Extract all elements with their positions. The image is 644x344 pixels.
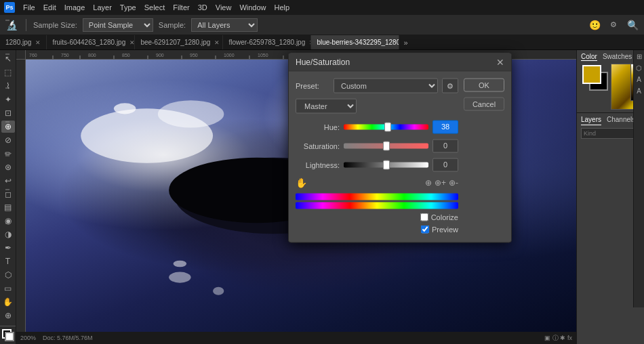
- svg-text:1050: 1050: [258, 53, 268, 58]
- hue-value-input[interactable]: 38: [432, 121, 458, 134]
- color-bar-after: [296, 202, 458, 209]
- channels-tab-item[interactable]: Channels: [607, 116, 635, 125]
- close-tab-3[interactable]: ✕: [214, 39, 220, 46]
- eyedropper-plus-icon[interactable]: ⊕+: [435, 178, 446, 188]
- color-tab[interactable]: Color: [581, 53, 597, 61]
- svg-text:800: 800: [88, 53, 96, 58]
- lightness-label: Lightness:: [296, 161, 340, 169]
- layers-tab-item[interactable]: Layers: [581, 116, 601, 125]
- menu-help[interactable]: Help: [275, 3, 290, 12]
- dialog-actions: OK Cancel: [464, 79, 504, 236]
- menu-type[interactable]: Type: [120, 3, 136, 12]
- doc-size: Doc: 5.76M/5.76M: [43, 335, 93, 341]
- search-icon[interactable]: 🔍: [625, 18, 640, 33]
- svg-text:760: 760: [29, 53, 37, 58]
- panel-icon-2[interactable]: ⬡: [636, 64, 642, 72]
- dialog-body: Preset: Custom Default ⚙ Master Reds Yel…: [289, 72, 511, 242]
- smiley-icon[interactable]: 🙂: [587, 18, 602, 33]
- settings-icon[interactable]: ⚙: [606, 18, 621, 33]
- preview-checkbox[interactable]: [421, 225, 429, 234]
- preset-row: Preset: Custom Default ⚙: [296, 79, 458, 93]
- lightness-value-input[interactable]: 0: [432, 158, 458, 172]
- color-area: [581, 64, 640, 110]
- menu-edit[interactable]: Edit: [43, 3, 56, 12]
- menu-3d[interactable]: 3D: [198, 3, 207, 12]
- channel-select[interactable]: Master Reds Yellows Greens Cyans Blues M…: [296, 99, 357, 114]
- options-toolbar: 🔬 Sample Size: Point Sample 3 by 3 Avera…: [0, 15, 644, 35]
- menu-layer[interactable]: Layer: [93, 3, 112, 12]
- tab-blueberries[interactable]: blue-berries-3432295_1280.jpg @ 200% (RG…: [311, 35, 399, 49]
- layers-search-area: ≡ ⟳ ⊞ +: [581, 128, 640, 139]
- zoom-level: 200%: [20, 335, 36, 341]
- hand-cursor-icon[interactable]: ✋: [296, 177, 307, 188]
- lightness-slider-track[interactable]: [344, 163, 428, 168]
- preset-label: Preset:: [296, 82, 329, 90]
- svg-point-34: [169, 272, 190, 283]
- lightness-row: Lightness: 0: [296, 158, 458, 172]
- hue-saturation-dialog[interactable]: Hue/Saturation ✕ Preset: Custom Default …: [288, 53, 512, 243]
- eyedropper-minus-icon[interactable]: ⊕-: [449, 178, 458, 188]
- toolbar-separator-1: [26, 19, 26, 31]
- saturation-thumb[interactable]: [383, 142, 390, 151]
- cancel-button[interactable]: Cancel: [464, 98, 504, 111]
- panel-icon-1[interactable]: ⊞: [637, 53, 642, 60]
- svg-point-35: [213, 287, 224, 295]
- svg-point-26: [81, 108, 213, 163]
- sample-label: Sample:: [159, 21, 186, 29]
- svg-text:1000: 1000: [224, 53, 235, 58]
- tab-flower[interactable]: flower-6259783_1280.jpg ✕: [223, 35, 311, 49]
- preview-label: Preview: [432, 225, 458, 234]
- vertical-ruler: [16, 60, 26, 332]
- foreground-swatch[interactable]: [582, 65, 601, 84]
- panel-icon-3[interactable]: A: [637, 76, 641, 83]
- preset-select[interactable]: Custom Default: [334, 79, 438, 93]
- tab-overflow[interactable]: »: [399, 35, 411, 49]
- close-tab-1[interactable]: ✕: [35, 39, 41, 46]
- menu-image[interactable]: Image: [64, 3, 85, 12]
- close-dialog-button[interactable]: ✕: [496, 58, 504, 67]
- saturation-label: Saturation:: [296, 142, 340, 150]
- colorize-checkbox[interactable]: [420, 213, 428, 221]
- menu-bar: Ps File Edit Image Layer Type Select Fil…: [0, 0, 644, 15]
- color-panel-tabs: Color Swatches: [581, 53, 640, 61]
- lightness-slider-container: [344, 160, 428, 171]
- color-bar-before: [296, 194, 458, 200]
- sample-size-select[interactable]: Point Sample 3 by 3 Average: [83, 18, 153, 32]
- menu-file[interactable]: File: [23, 3, 35, 12]
- tab-fruits[interactable]: fruits-6044263_1280.jpg ✕: [47, 35, 135, 49]
- panel-icon-4[interactable]: A: [637, 87, 641, 95]
- hue-thumb[interactable]: [384, 123, 391, 132]
- hue-row: Hue: 38: [296, 121, 458, 134]
- sample-select[interactable]: All Layers Current Layer: [191, 18, 258, 32]
- svg-text:850: 850: [122, 53, 130, 58]
- saturation-slider-container: [344, 141, 428, 152]
- preview-row: Preview: [421, 225, 458, 234]
- saturation-value-input[interactable]: 0: [432, 139, 458, 153]
- lightness-thumb[interactable]: [383, 160, 390, 170]
- status-right: ▣ ⓘ ✱ fx: [544, 334, 572, 343]
- dialog-controls: Preset: Custom Default ⚙ Master Reds Yel…: [296, 79, 458, 236]
- hue-label: Hue:: [296, 123, 340, 131]
- close-tab-2[interactable]: ✕: [129, 39, 135, 46]
- preset-gear-button[interactable]: ⚙: [442, 79, 458, 93]
- hue-slider-track[interactable]: [344, 125, 428, 130]
- hue-slider-container: [344, 122, 428, 133]
- menu-view[interactable]: View: [216, 3, 232, 12]
- ruler-corner: [16, 50, 26, 60]
- sample-size-label: Sample Size:: [33, 21, 77, 29]
- svg-text:950: 950: [190, 53, 198, 58]
- menu-filter[interactable]: Filter: [173, 3, 189, 12]
- svg-text:750: 750: [61, 53, 69, 58]
- saturation-slider-track[interactable]: [344, 144, 428, 149]
- ok-button[interactable]: OK: [464, 79, 504, 92]
- menu-select[interactable]: Select: [144, 3, 165, 12]
- swatches-tab[interactable]: Swatches: [603, 53, 632, 61]
- menu-window[interactable]: Window: [239, 3, 266, 12]
- svg-point-28: [114, 103, 136, 114]
- eyedropper-icon[interactable]: ⊕: [425, 178, 432, 188]
- dialog-title: Hue/Saturation: [296, 58, 350, 67]
- document-tabs: 1280.jpg ✕ fruits-6044263_1280.jpg ✕ bee…: [0, 35, 644, 50]
- tab-bee[interactable]: bee-6291207_1280.jpg ✕: [135, 35, 223, 49]
- status-bar: 200% Doc: 5.76M/5.76M ▣ ⓘ ✱ fx: [16, 332, 576, 344]
- dialog-main: Preset: Custom Default ⚙ Master Reds Yel…: [296, 79, 504, 236]
